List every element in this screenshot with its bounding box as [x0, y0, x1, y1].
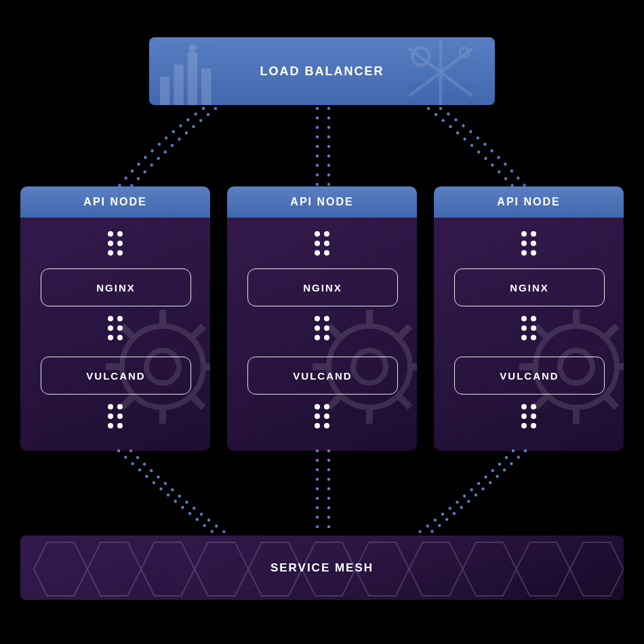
api-node-1: API NODE NGINX VULCAND [20, 186, 210, 451]
svg-line-17 [193, 397, 203, 407]
dot-grid-icon [315, 316, 329, 340]
svg-marker-48 [409, 542, 462, 596]
svg-line-27 [399, 397, 410, 407]
api-node-2: API NODE NGINX VULCAND [227, 186, 417, 451]
nginx-box: NGINX [247, 268, 398, 306]
api-node-header: API NODE [20, 186, 210, 218]
svg-line-28 [399, 326, 410, 337]
svg-marker-42 [87, 542, 141, 596]
svg-marker-43 [141, 542, 195, 596]
service-mesh-label: SERVICE MESH [270, 561, 374, 575]
vulcand-box: VULCAND [247, 357, 398, 395]
bar-chart-icon [156, 44, 237, 105]
search-star-icon [393, 41, 488, 105]
svg-rect-0 [160, 77, 169, 105]
svg-rect-1 [174, 64, 183, 105]
svg-line-36 [536, 326, 546, 337]
service-mesh-box: SERVICE MESH [20, 536, 624, 600]
load-balancer-box: LOAD BALANCER [149, 37, 495, 105]
svg-line-38 [606, 326, 617, 337]
svg-rect-3 [201, 68, 211, 105]
dot-grid-icon [108, 231, 123, 256]
dot-grid-icon [521, 231, 536, 256]
svg-line-16 [122, 326, 133, 337]
dot-grid-icon [521, 404, 536, 428]
api-node-3: API NODE NGINX VULCAND [434, 186, 624, 451]
svg-marker-50 [517, 542, 570, 596]
nginx-box: NGINX [454, 268, 605, 306]
svg-line-37 [606, 397, 617, 407]
dot-grid-icon [315, 231, 329, 256]
svg-marker-44 [195, 542, 248, 596]
api-node-header: API NODE [434, 186, 624, 218]
svg-marker-51 [570, 542, 624, 596]
dot-grid-icon [108, 404, 123, 428]
dot-grid-icon [108, 316, 123, 340]
vulcand-box: VULCAND [41, 357, 191, 395]
architecture-diagram: LOAD BALANCER API NODE [0, 0, 644, 644]
load-balancer-label: LOAD BALANCER [260, 64, 384, 79]
svg-line-19 [122, 397, 133, 407]
svg-line-18 [193, 326, 203, 337]
nginx-box: NGINX [41, 268, 191, 306]
svg-marker-49 [463, 542, 517, 596]
svg-line-26 [329, 326, 340, 337]
api-node-header: API NODE [227, 186, 417, 218]
svg-line-39 [536, 397, 546, 407]
dot-grid-icon [315, 404, 329, 428]
svg-rect-2 [188, 52, 197, 105]
dot-grid-icon [521, 316, 536, 340]
svg-marker-41 [34, 542, 87, 596]
vulcand-box: VULCAND [454, 357, 605, 395]
svg-line-29 [329, 397, 340, 407]
